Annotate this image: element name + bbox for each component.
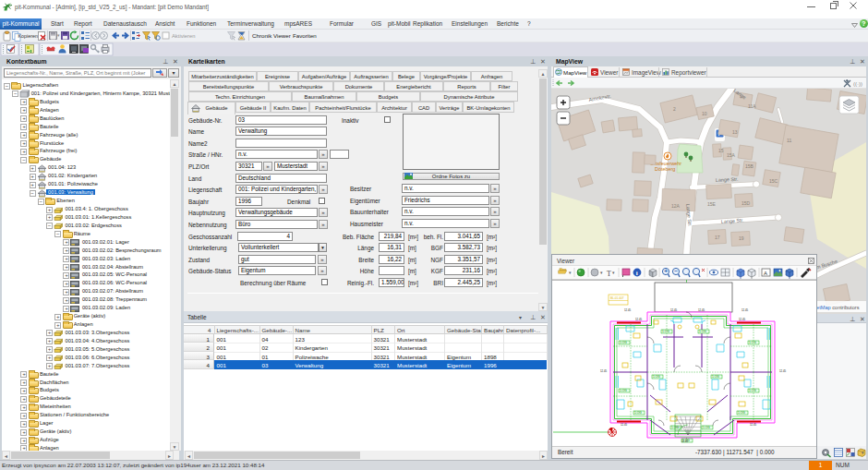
svg-text:▾: ▾ bbox=[612, 270, 615, 275]
svg-text:12.45: 12.45 bbox=[635, 318, 642, 321]
svg-text:15E: 15E bbox=[707, 201, 717, 207]
svg-text:12.45: 12.45 bbox=[600, 369, 607, 373]
svg-text:−: − bbox=[674, 268, 678, 274]
svg-text:Kopieren: Kopieren bbox=[18, 33, 39, 39]
svg-text:Viewer: Viewer bbox=[273, 32, 291, 39]
svg-text:2: 2 bbox=[673, 106, 676, 112]
svg-text:17: 17 bbox=[715, 235, 720, 240]
svg-text:Lange Str.: Lange Str. bbox=[716, 176, 739, 183]
svg-text:1.OG: 1.OG bbox=[662, 330, 669, 333]
svg-text:15C: 15C bbox=[769, 178, 778, 184]
svg-text:1.OG: 1.OG bbox=[699, 330, 706, 333]
svg-text:12.45: 12.45 bbox=[779, 369, 786, 373]
svg-text:15: 15 bbox=[718, 148, 724, 153]
svg-text:Döteberg: Döteberg bbox=[655, 166, 675, 172]
svg-text:11: 11 bbox=[787, 138, 791, 143]
svg-text:12.45: 12.45 bbox=[750, 423, 756, 427]
svg-text:+: + bbox=[664, 268, 668, 274]
svg-text:1.OG: 1.OG bbox=[620, 389, 627, 392]
svg-text:15D: 15D bbox=[741, 200, 751, 206]
svg-text:12.45: 12.45 bbox=[739, 318, 745, 321]
svg-text:1.OG: 1.OG bbox=[703, 426, 710, 429]
svg-text:1.OG: 1.OG bbox=[749, 389, 756, 392]
svg-text:1.OG: 1.OG bbox=[712, 375, 719, 379]
svg-text:15B: 15B bbox=[745, 163, 754, 169]
svg-text:10: 10 bbox=[702, 111, 707, 116]
svg-text:12A: 12A bbox=[671, 203, 681, 209]
svg-text:11A: 11A bbox=[748, 103, 756, 109]
svg-text:▾: ▾ bbox=[57, 32, 60, 38]
svg-text:T: T bbox=[607, 270, 611, 278]
svg-text:12.45: 12.45 bbox=[741, 308, 748, 312]
svg-text:1.OG: 1.OG bbox=[653, 375, 660, 379]
svg-text:((·)): ((·)) bbox=[853, 81, 862, 87]
svg-text:Chronik: Chronik bbox=[252, 32, 272, 39]
svg-text:12.45: 12.45 bbox=[624, 308, 631, 312]
svg-text:A: A bbox=[764, 271, 767, 276]
svg-text:▾: ▾ bbox=[600, 270, 603, 275]
svg-text:eetMap contributors: eetMap contributors bbox=[814, 305, 860, 310]
svg-text:1.OG: 1.OG bbox=[749, 341, 756, 344]
svg-text:Favoriten: Favoriten bbox=[293, 32, 317, 39]
svg-text:12.45: 12.45 bbox=[670, 308, 677, 312]
svg-text:BL.01.007: BL.01.007 bbox=[610, 296, 624, 300]
svg-text:1.OG: 1.OG bbox=[738, 411, 745, 415]
svg-text:12.45: 12.45 bbox=[681, 440, 688, 443]
svg-text:1.OG: 1.OG bbox=[634, 411, 642, 415]
svg-text:19: 19 bbox=[739, 235, 744, 241]
svg-text:12.45: 12.45 bbox=[621, 423, 627, 427]
svg-text:1.OG: 1.OG bbox=[620, 341, 627, 344]
svg-text:i: i bbox=[636, 270, 638, 277]
svg-text:13: 13 bbox=[732, 129, 738, 135]
svg-text:12.45: 12.45 bbox=[698, 308, 705, 312]
svg-text:▾: ▾ bbox=[569, 270, 572, 275]
svg-text:15A: 15A bbox=[727, 152, 736, 158]
svg-text:Aktivieren: Aktivieren bbox=[172, 33, 195, 39]
